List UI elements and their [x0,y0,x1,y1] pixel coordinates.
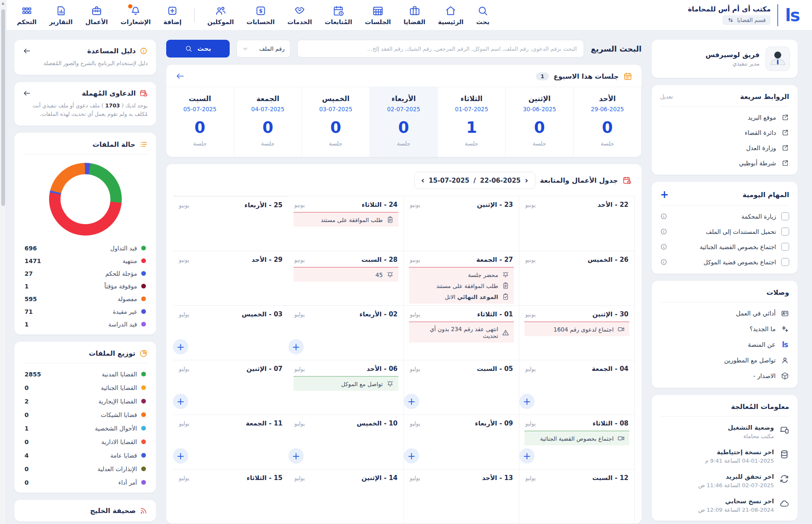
back-arrow-button[interactable] [176,71,185,81]
add-event-button[interactable]: + [519,394,535,409]
info-icon[interactable] [660,213,667,220]
event-chip[interactable]: تواصل مع الموكل [294,376,398,391]
quick-link-item[interactable]: وزارة العدل [660,144,789,152]
nav-item-reports[interactable]: التقارير [49,5,73,25]
add-event-button[interactable]: + [173,448,188,464]
nav-item-followups[interactable]: المُتابعات [325,5,352,25]
nav-item-sessions[interactable]: الجلسات [365,5,391,25]
add-event-button[interactable]: + [288,448,304,464]
nav-item-cases[interactable]: القضايا [403,5,425,25]
search-button[interactable]: بحث [166,40,230,58]
open-neglected-arrow[interactable] [23,89,31,98]
calendar-day-cell[interactable]: 26 - الخميس يونيو [519,251,635,305]
task-checkbox[interactable] [781,228,789,236]
week-day-column[interactable]: الثلاثاء 01-07-2025 1 جلسة [438,87,506,157]
add-task-button[interactable]: + [660,189,669,200]
calendar-day-cell[interactable]: 10 - الخميس يوليو + [288,414,404,469]
event-item[interactable]: اجتماع بخصوص القضية الجنائية [529,435,625,442]
calendar-day-cell[interactable]: 27 - الجمعة يونيو محضر جلسةطلب الموافقة … [404,251,519,305]
department-switcher[interactable]: قسم القضايا [722,15,771,25]
calendar-day-cell[interactable]: 11 - الجمعة يوليو + [173,414,288,469]
week-day-column[interactable]: الأربعاء 02-07-2025 0 جلسة [370,87,438,157]
calendar-day-cell[interactable]: 23 - الإثنين يونيو [404,196,519,251]
quick-link-item[interactable]: شرطة أبوظبي [660,159,789,167]
nav-item-add[interactable]: إضافة [164,5,182,25]
connection-performance[interactable]: أدائي في العمل [660,309,789,318]
event-chip[interactable]: 45 [294,267,398,282]
week-day-column[interactable]: الجمعة 04-07-2025 0 جلسة [234,87,302,157]
calendar-day-cell[interactable]: 07 - الإثنين يوليو + [173,360,288,414]
nav-item-control[interactable]: التحكم [17,5,37,25]
page-scrollbar[interactable]: ▲ [0,0,6,524]
event-chip[interactable]: محضر جلسةطلب الموافقة على مستندالموعد ال… [409,267,514,304]
calendar-day-cell[interactable]: 12 - السبت يوليو [519,469,635,524]
calendar-day-cell[interactable]: 15 - الثلاثاء يوليو [173,469,288,524]
connection-whats-new[interactable]: ما الجديد؟ [660,325,789,333]
add-event-button[interactable]: + [404,394,419,409]
calendar-day-cell[interactable]: 08 - الثلاثاء يوليو اجتماع بخصوص القضية … [519,414,635,469]
calendar-day-cell[interactable]: 14 - الإثنين يوليو [288,469,404,524]
calendar-day-cell[interactable]: 04 - الجمعة يوليو + [519,360,635,414]
calendar-day-cell[interactable]: 28 - السبت يونيو 45 [288,251,404,305]
event-item[interactable]: طلب الموافقة على مستند [298,216,394,223]
add-event-button[interactable]: + [519,448,535,464]
calendar-day-cell[interactable]: 30 - الإثنين يونيو اجتماع لدعوى رقم 1604 [519,305,635,360]
info-icon[interactable] [660,228,667,235]
scrollbar-thumb[interactable] [1,9,5,206]
event-item[interactable]: محضر جلسة [414,271,509,278]
week-day-column[interactable]: الإثنين 30-06-2025 0 جلسة [506,87,574,157]
event-item[interactable]: طلب الموافقة على مستند [414,282,509,289]
connection-about[interactable]: ls عن المنصة [660,340,789,349]
search-filter-select[interactable]: رقم الملف [236,40,291,58]
quick-search-input[interactable] [297,40,584,58]
connection-contact-devs[interactable]: تواصل مع المطورين [660,356,789,365]
chevron-left-icon[interactable]: ‹ [421,176,425,184]
nav-item-works[interactable]: الأعمال [85,5,108,25]
info-icon[interactable] [660,243,667,250]
week-day-column[interactable]: الخميس 03-07-2025 0 جلسة [302,87,370,157]
add-event-button[interactable]: + [288,339,304,354]
app-logo[interactable]: ls [785,7,799,24]
calendar-day-cell[interactable]: 24 - الثلاثاء يونيو طلب الموافقة على مست… [288,196,404,251]
task-checkbox[interactable] [781,243,789,251]
calendar-day-cell[interactable]: 01 - الثلاثاء يوليو انتهى عقد رقم 234 بد… [404,305,519,360]
event-chip[interactable]: طلب الموافقة على مستند [294,212,398,227]
user-profile-card[interactable]: فريق لوسيرفس مدير تنفيذي [652,40,798,78]
calendar-day-cell[interactable]: 09 - الأربعاء يوليو + [404,414,519,469]
info-icon[interactable] [660,258,667,266]
calendar-day-cell[interactable]: 29 - الأحد يونيو [173,251,288,305]
add-event-button[interactable]: + [173,339,188,354]
add-event-button[interactable]: + [173,394,188,409]
event-chip[interactable]: انتهى عقد رقم 234 بدون أي تحديث [409,321,514,343]
nav-item-notifications[interactable]: الإشعارات [121,5,151,25]
calendar-day-cell[interactable]: 06 - الأحد يوليو تواصل مع الموكل [288,360,404,414]
scrollbar-up-arrow[interactable]: ▲ [0,1,6,5]
event-item[interactable]: تواصل مع الموكل [298,380,394,387]
add-event-button[interactable]: + [404,448,419,464]
event-item[interactable]: 45 [298,271,394,278]
event-item[interactable]: اجتماع لدعوى رقم 1604 [529,326,625,333]
calendar-day-cell[interactable]: 05 - السبت يوليو + [404,360,519,414]
event-item[interactable]: الموعد النهائي الاتل [414,293,509,300]
edit-links-button[interactable]: تعديل [660,93,673,100]
nav-item-accounts[interactable]: $ الحسابات [247,5,275,25]
calendar-day-cell[interactable]: 22 - الأحد يونيو [519,196,635,251]
week-day-column[interactable]: الأحد 29-06-2025 0 جلسة [573,87,642,157]
task-checkbox[interactable] [781,258,789,266]
event-chip[interactable]: اجتماع بخصوص القضية الجنائية [524,431,629,445]
calendar-day-cell[interactable]: 02 - الأربعاء يوليو + [288,305,404,360]
event-chip[interactable]: اجتماع لدعوى رقم 1604 [524,321,629,336]
nav-item-clients[interactable]: الموكلين [207,5,234,25]
open-help-arrow[interactable] [23,47,31,55]
week-day-column[interactable]: السبت 05-07-2025 0 جلسة [166,87,234,157]
chevron-right-icon[interactable]: › [525,176,528,184]
nav-item-home[interactable]: الرئيسية [438,5,464,25]
calendar-day-cell[interactable]: 25 - الأربعاء يونيو [173,196,288,251]
quick-link-item[interactable]: دائرة القضاء [660,129,789,137]
quick-link-item[interactable]: موقع البريد [660,113,789,121]
event-item[interactable]: انتهى عقد رقم 234 بدون أي تحديث [414,326,509,339]
date-range-picker[interactable]: ‹ 15-07-2025 / 22-06-2025 › [414,172,535,189]
calendar-day-cell[interactable]: 03 - الخميس يوليو + [173,305,288,360]
calendar-day-cell[interactable]: 13 - الأحد يوليو [404,469,519,524]
task-checkbox[interactable] [781,212,789,220]
